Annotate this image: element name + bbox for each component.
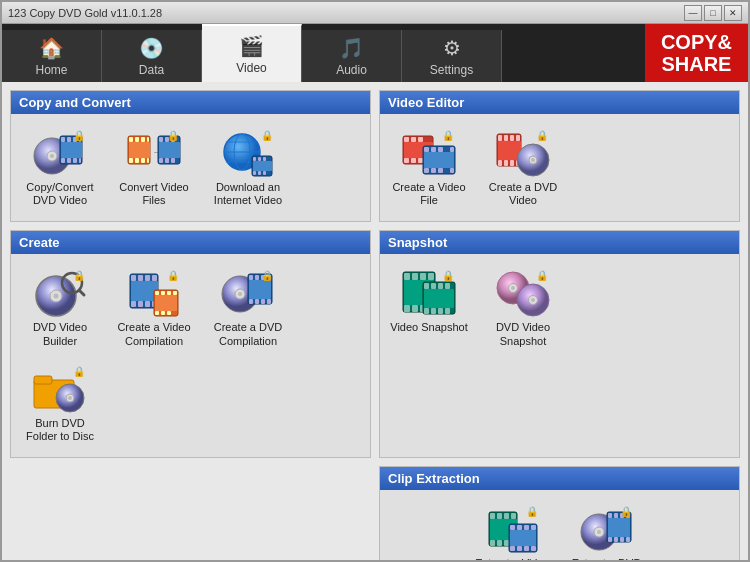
svg-rect-122 [428, 273, 434, 280]
svg-rect-21 [147, 158, 149, 163]
svg-rect-10 [73, 158, 77, 163]
svg-point-143 [531, 298, 535, 302]
video-compilation-label: Create a VideoCompilation [117, 321, 190, 347]
svg-point-78 [54, 294, 59, 299]
tab-settings[interactable]: ⚙ Settings [402, 30, 502, 82]
svg-rect-94 [167, 291, 171, 295]
dvd-compilation-icon: 🔒 [219, 268, 277, 318]
svg-rect-44 [253, 161, 272, 171]
extract-dvd-clip-icon: 🔒 [578, 504, 636, 554]
lock-icon-8: 🔒 [261, 270, 273, 281]
extract-video-clip-icon: 🔒 [484, 504, 542, 554]
svg-rect-137 [424, 289, 454, 308]
svg-rect-151 [504, 540, 509, 546]
svg-rect-168 [608, 513, 612, 518]
dvd-builder-label: DVD VideoBuilder [33, 321, 87, 347]
svg-rect-119 [404, 273, 410, 280]
svg-rect-136 [445, 308, 450, 314]
create-header: Create [11, 231, 370, 254]
svg-rect-157 [524, 525, 529, 530]
download-internet-item[interactable]: 🔒 [203, 122, 293, 213]
video-snapshot-item[interactable]: 🔒 [384, 262, 474, 353]
svg-rect-150 [497, 540, 502, 546]
svg-rect-14 [129, 137, 133, 142]
svg-rect-176 [608, 518, 630, 537]
title-bar-buttons: — □ ✕ [684, 5, 742, 21]
convert-video-item[interactable]: 🔒 → [109, 122, 199, 213]
svg-rect-120 [412, 273, 418, 280]
tab-home[interactable]: 🏠 Home [2, 30, 102, 82]
svg-rect-111 [267, 299, 271, 304]
home-icon: 🏠 [39, 36, 64, 60]
svg-point-166 [597, 530, 601, 534]
svg-rect-11 [79, 158, 81, 163]
minimize-button[interactable]: — [684, 5, 702, 21]
svg-rect-30 [171, 158, 175, 163]
svg-rect-156 [517, 525, 522, 530]
svg-rect-66 [510, 135, 514, 141]
svg-rect-97 [161, 311, 165, 315]
svg-rect-15 [135, 137, 139, 142]
svg-rect-61 [450, 168, 454, 173]
app-logo: COPY& SHARE [645, 24, 748, 82]
create-dvd-video-item[interactable]: 🔒 [478, 122, 568, 213]
dvd-video-builder-item[interactable]: 🔒 [15, 262, 105, 353]
svg-rect-87 [138, 301, 143, 307]
svg-rect-65 [504, 135, 508, 141]
svg-rect-163 [510, 530, 536, 546]
svg-rect-93 [161, 291, 165, 295]
svg-rect-29 [165, 158, 169, 163]
svg-rect-114 [34, 376, 52, 384]
burn-dvd-item[interactable]: 🔒 [15, 358, 105, 449]
tab-data[interactable]: 💿 Data [102, 30, 202, 82]
video-snapshot-icon: 🔒 [400, 268, 458, 318]
section-snapshot: Snapshot 🔒 [379, 230, 740, 458]
clip-extraction-header: Clip Extraction [380, 467, 739, 490]
dvd-snapshot-item[interactable]: 🔒 [478, 262, 568, 353]
svg-rect-49 [404, 158, 409, 163]
svg-rect-31 [159, 142, 180, 158]
svg-point-102 [238, 292, 242, 296]
svg-rect-4 [61, 137, 65, 142]
logo-line2: SHARE [661, 53, 732, 75]
download-internet-label: Download anInternet Video [214, 181, 282, 207]
copy-dvd-video-item[interactable]: 🔒 [15, 122, 105, 213]
create-dvd-video-label: Create a DVDVideo [489, 181, 557, 207]
maximize-button[interactable]: □ [704, 5, 722, 21]
svg-rect-104 [249, 275, 253, 280]
audio-icon: 🎵 [339, 36, 364, 60]
close-button[interactable]: ✕ [724, 5, 742, 21]
svg-rect-173 [614, 537, 618, 542]
section-copy-convert: Copy and Convert 🔒 [10, 90, 371, 222]
svg-rect-98 [167, 311, 171, 315]
svg-rect-174 [620, 537, 624, 542]
video-compilation-item[interactable]: 🔒 [109, 262, 199, 353]
svg-rect-84 [145, 275, 150, 281]
tab-video[interactable]: 🎬 Video [202, 24, 302, 82]
title-bar-text: 123 Copy DVD Gold v11.0.1.28 [8, 7, 162, 19]
title-bar: 123 Copy DVD Gold v11.0.1.28 — □ ✕ [2, 2, 748, 24]
svg-rect-47 [411, 137, 416, 142]
svg-rect-68 [498, 160, 502, 166]
svg-rect-145 [490, 513, 495, 519]
extract-video-clip-item[interactable]: 🔒 [468, 498, 558, 562]
svg-rect-124 [412, 305, 418, 312]
svg-rect-123 [404, 305, 410, 312]
clip-extraction-body: 🔒 [380, 490, 739, 562]
dvd-compilation-item[interactable]: 🔒 [203, 262, 293, 353]
create-video-file-icon: 🔒 [400, 128, 458, 178]
svg-point-140 [511, 286, 515, 290]
svg-rect-83 [138, 275, 143, 281]
create-dvd-video-icon: 🔒 [494, 128, 552, 178]
download-internet-icon: 🔒 [219, 128, 277, 178]
extract-dvd-clip-item[interactable]: 🔒 [562, 498, 652, 562]
svg-rect-105 [255, 275, 259, 280]
burn-dvd-label: Burn DVDFolder to Disc [26, 417, 94, 443]
create-video-file-item[interactable]: 🔒 [384, 122, 474, 213]
extract-dvd-clip-label: Extract a DVDVideo Clip [572, 557, 642, 562]
video-editor-body: 🔒 [380, 114, 739, 221]
lock-icon-5: 🔒 [536, 130, 548, 141]
tab-audio[interactable]: 🎵 Audio [302, 30, 402, 82]
tab-data-label: Data [139, 63, 164, 77]
tab-settings-label: Settings [430, 63, 473, 77]
